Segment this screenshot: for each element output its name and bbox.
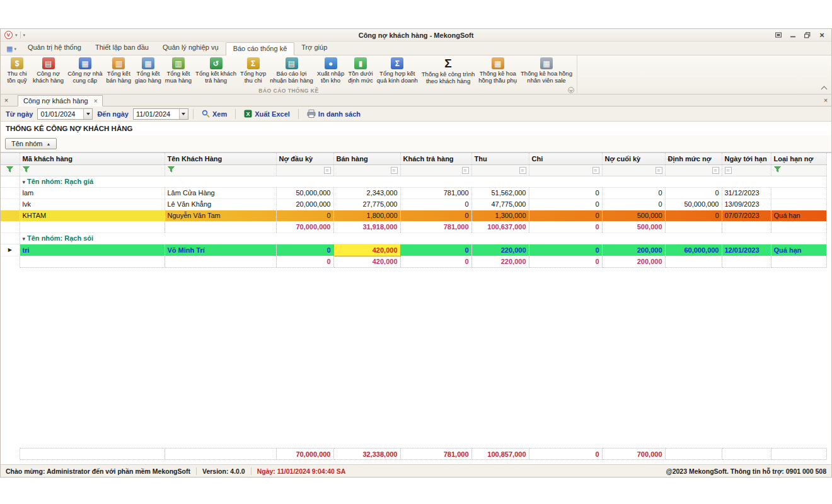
cell-dinh_muc_no[interactable]: 0 <box>665 187 722 198</box>
cell-no_dau_ky[interactable]: 0 <box>276 210 333 221</box>
cell-chi[interactable]: 0 <box>529 210 602 221</box>
filter-cell-name[interactable] <box>165 164 276 176</box>
appearance-icon[interactable] <box>774 31 783 40</box>
cell-loai_han_no[interactable] <box>771 187 826 198</box>
ribbon-button-xuat-nhap-ton-kho[interactable]: ●Xuất nhập tồn kho <box>315 56 346 85</box>
grid-row-tri[interactable]: ▶triVõ Minh Trí0420,0000220,0000200,0006… <box>1 244 826 256</box>
filter-indicator-cell[interactable] <box>1 164 20 176</box>
tab-cong-no-khach-hang[interactable]: Công nợ khách hàng × <box>18 95 103 106</box>
column-header-dinh_muc_no[interactable]: Định mức nợ <box>665 153 722 164</box>
quick-access-dropdown-icon[interactable]: ▾ <box>15 33 18 38</box>
cell-dinh_muc_no[interactable]: 0 <box>665 210 722 221</box>
column-header-no_dau_ky[interactable]: Nợ đầu kỳ <box>276 153 333 164</box>
cell-ngay_toi_han[interactable]: 13/09/2023 <box>722 198 771 210</box>
cell-khach_tra_hang[interactable]: 0 <box>400 244 471 256</box>
cell-no_cuoi_ky[interactable]: 0 <box>602 187 665 198</box>
grid-row-lam[interactable]: lamLâm Cửa Hàng50,000,0002,343,000781,00… <box>1 187 826 198</box>
cell-no_dau_ky[interactable]: 20,000,000 <box>276 198 333 210</box>
column-header-name[interactable]: Tên Khách Hàng <box>165 153 276 164</box>
column-header-code[interactable]: Mã khách hàng <box>20 153 165 164</box>
ribbon-button-thong-ke-hoa-hong-thau-phu[interactable]: ▦Thống kê hoa hồng thầu phụ <box>477 56 519 85</box>
grid-row-lvk[interactable]: lvkLê Văn Khẳng20,000,00027,775,000047,7… <box>1 198 826 210</box>
app-menu-icon[interactable]: ▦▾ <box>3 45 21 55</box>
cell-ban_hang[interactable]: 1,800,000 <box>333 210 400 221</box>
cell-chi[interactable]: 0 <box>529 244 602 256</box>
group-row-1[interactable]: ▾Tên nhóm: Rạch giá <box>20 176 826 187</box>
to-date-dropdown-icon[interactable] <box>179 109 188 119</box>
filter-cell-loai_han_no[interactable] <box>771 164 826 176</box>
cell-no_cuoi_ky[interactable]: 500,000 <box>602 210 665 221</box>
cell-khach_tra_hang[interactable]: 0 <box>400 198 471 210</box>
cell-chi[interactable]: 0 <box>529 198 602 210</box>
filter-cell-thu[interactable]: = <box>471 164 529 176</box>
group-by-chip[interactable]: Tên nhóm ▲ <box>5 138 57 149</box>
group-row-2[interactable]: ▾Tên nhóm: Rạch sỏi <box>20 232 826 244</box>
ribbon-tab-5[interactable]: Trợ giúp <box>294 42 334 55</box>
ribbon-button-cong-no-nha-cung-cap[interactable]: ▦Công nợ nhà cung cấp <box>66 56 104 85</box>
export-excel-button[interactable]: X Xuất Excel <box>240 108 294 119</box>
filter-cell-khach_tra_hang[interactable]: = <box>400 164 471 176</box>
tab-close-icon[interactable]: × <box>94 98 98 105</box>
filter-cell-code[interactable] <box>20 164 165 176</box>
cell-khach_tra_hang[interactable]: 781,000 <box>400 187 471 198</box>
cell-name[interactable]: Lâm Cửa Hàng <box>165 187 276 198</box>
grid-row-KHTAM[interactable]: KHTAMNguyễn Văn Tam01,800,00001,300,0000… <box>1 210 826 221</box>
ribbon-button-bao-cao-loi-nhuan-ban-hang[interactable]: ▤Báo cáo lợi nhuận bán hàng <box>268 56 315 85</box>
ribbon-button-cong-no-khach-hang[interactable]: ▤Công nợ khách hàng <box>31 56 66 85</box>
ribbon-button-thong-ke-cong-trinh-theo-khach-hang[interactable]: ΣThống kê công trình theo khách hàng <box>420 56 477 85</box>
cell-loai_han_no[interactable]: Quá hạn <box>771 210 826 221</box>
cell-thu[interactable]: 220,000 <box>471 244 529 256</box>
group-launcher-icon[interactable] <box>568 87 574 93</box>
close-icon[interactable]: × <box>818 31 826 40</box>
cell-ban_hang[interactable]: 2,343,000 <box>333 187 400 198</box>
ribbon-collapse-icon[interactable] <box>821 86 828 93</box>
filter-cell-chi[interactable]: = <box>529 164 602 176</box>
cell-loai_han_no[interactable]: Quá hạn <box>771 244 826 256</box>
cell-no_cuoi_ky[interactable]: 0 <box>602 198 665 210</box>
column-header-khach_tra_hang[interactable]: Khách trả hàng <box>400 153 471 164</box>
cell-dinh_muc_no[interactable]: 50,000,000 <box>665 198 722 210</box>
column-header-ngay_toi_han[interactable]: Ngày tới hạn <box>722 153 771 164</box>
cell-thu[interactable]: 51,562,000 <box>471 187 529 198</box>
cell-dinh_muc_no[interactable]: 60,000,000 <box>665 244 722 256</box>
cell-thu[interactable]: 47,775,000 <box>471 198 529 210</box>
restore-icon[interactable] <box>803 31 812 40</box>
column-header-ban_hang[interactable]: Bán hàng <box>333 153 400 164</box>
ribbon-tab-4[interactable]: Báo cáo thống kê <box>226 42 295 55</box>
from-date-input[interactable]: 01/01/2024 <box>37 108 93 120</box>
ribbon-button-tong-hop-ket-qua-kinh-doanh[interactable]: ΣTổng hợp kết quả kinh doanh <box>375 56 420 85</box>
ribbon-button-tong-ket-giao-hang[interactable]: ▦Tổng kết giao hàng <box>133 56 163 85</box>
cell-thu[interactable]: 1,300,000 <box>471 210 529 221</box>
cell-name[interactable]: Võ Minh Trí <box>165 244 276 256</box>
cell-code[interactable]: KHTAM <box>20 210 165 221</box>
ribbon-button-ton-duoi-dinh-muc[interactable]: ▮Tồn dưới định mức <box>346 56 375 85</box>
ribbon-tab-3[interactable]: Quản lý nghiệp vụ <box>156 42 226 55</box>
close-all-tabs-icon[interactable]: × <box>1 94 12 106</box>
quick-access-customize-icon[interactable]: ▾ <box>23 33 26 38</box>
cell-no_dau_ky[interactable]: 50,000,000 <box>276 187 333 198</box>
filter-cell-dinh_muc_no[interactable]: = <box>665 164 722 176</box>
ribbon-tab-1[interactable]: Quản trị hệ thống <box>21 42 88 55</box>
column-header-thu[interactable]: Thu <box>471 153 529 164</box>
column-header-loai_han_no[interactable]: Loại hạn nợ <box>771 153 826 164</box>
ribbon-button-tong-ket-ban-hang[interactable]: ▥Tổng kết bán hàng <box>104 56 133 85</box>
ribbon-button-thong-ke-hoa-hong-nhan-vien-sale[interactable]: ▦Thống kê hoa hồng nhân viên sale <box>519 56 574 85</box>
ribbon-tab-2[interactable]: Thiết lập ban đầu <box>88 42 156 55</box>
cell-code[interactable]: tri <box>20 244 165 256</box>
cell-ngay_toi_han[interactable]: 12/01/2023 <box>722 244 771 256</box>
ribbon-button-tong-ket-mua-hang[interactable]: ▥Tổng kết mua hàng <box>163 56 194 85</box>
column-header-no_cuoi_ky[interactable]: Nợ cuối kỳ <box>602 153 665 164</box>
filter-cell-no_cuoi_ky[interactable]: = <box>602 164 665 176</box>
ribbon-button-tong-hop-thu-chi[interactable]: ΣTổng hợp thu chi <box>238 56 268 85</box>
print-list-button[interactable]: In danh sách <box>303 108 364 119</box>
view-button[interactable]: Xem <box>198 108 231 119</box>
cell-code[interactable]: lam <box>20 187 165 198</box>
column-header-chi[interactable]: Chi <box>529 153 602 164</box>
cell-ngay_toi_han[interactable]: 31/12/2023 <box>722 187 771 198</box>
collapse-icon[interactable]: ▾ <box>23 179 26 185</box>
cell-ban_hang[interactable]: 27,775,000 <box>333 198 400 210</box>
cell-no_dau_ky[interactable]: 0 <box>276 244 333 256</box>
cell-name[interactable]: Lê Văn Khẳng <box>165 198 276 210</box>
minimize-icon[interactable] <box>789 31 797 40</box>
cell-ngay_toi_han[interactable]: 07/07/2023 <box>722 210 771 221</box>
